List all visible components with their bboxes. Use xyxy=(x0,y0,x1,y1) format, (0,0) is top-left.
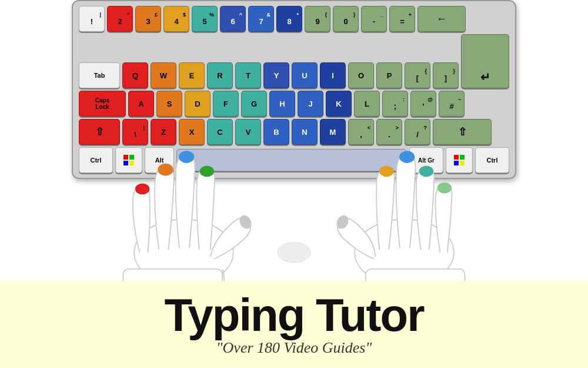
key-n[interactable]: N xyxy=(292,119,318,145)
key-z[interactable]: Z xyxy=(151,119,176,145)
key-semicolon[interactable]: :; xyxy=(382,91,408,117)
key-o[interactable]: O xyxy=(348,62,374,88)
key-4[interactable]: $4 xyxy=(163,6,189,32)
svg-point-22 xyxy=(278,243,310,263)
svg-point-8 xyxy=(134,220,233,286)
svg-rect-0 xyxy=(123,155,128,160)
key-q[interactable]: Q xyxy=(122,62,148,88)
key-a[interactable]: A xyxy=(128,91,154,117)
key-m[interactable]: M xyxy=(320,119,346,145)
key-period[interactable]: >. xyxy=(376,119,402,145)
key-9[interactable]: (9 xyxy=(305,6,330,32)
key-win-right[interactable] xyxy=(446,147,473,173)
svg-point-21 xyxy=(334,213,350,231)
subtitle: "Over 180 Video Guides" xyxy=(216,339,372,357)
svg-point-15 xyxy=(355,220,454,286)
key-v[interactable]: V xyxy=(235,119,261,145)
key-p[interactable]: P xyxy=(376,62,402,88)
svg-rect-2 xyxy=(123,161,128,165)
key-minus[interactable]: _- xyxy=(361,6,387,32)
key-hash[interactable]: ~# xyxy=(439,91,465,117)
key-5[interactable]: %5 xyxy=(192,6,218,32)
number-row: |! "2 £3 $4 %5 ^6 &7 xyxy=(79,6,509,32)
svg-point-20 xyxy=(437,183,452,194)
key-3[interactable]: £3 xyxy=(135,6,161,32)
key-rbracket[interactable]: }] xyxy=(433,62,459,88)
bottom-row: Ctrl Alt Alt Gr Ctrl xyxy=(79,147,509,173)
svg-rect-6 xyxy=(454,161,459,165)
svg-point-14 xyxy=(237,213,253,231)
key-ctrl-left[interactable]: Ctrl xyxy=(79,147,113,173)
key-altgr[interactable]: Alt Gr xyxy=(409,147,443,173)
key-equals[interactable]: += xyxy=(389,6,415,32)
key-s[interactable]: S xyxy=(156,91,182,117)
key-x[interactable]: X xyxy=(179,119,205,145)
key-c[interactable]: C xyxy=(207,119,233,145)
key-b[interactable]: B xyxy=(263,119,289,145)
key-tab[interactable]: Tab xyxy=(79,62,120,88)
key-backslash[interactable]: |\ xyxy=(122,119,148,145)
asdf-row: CapsLock A S D F G H J K L :; @' ~# xyxy=(79,91,509,117)
svg-rect-4 xyxy=(454,155,459,160)
key-f[interactable]: F xyxy=(213,91,239,117)
svg-rect-5 xyxy=(460,155,465,160)
key-r[interactable]: R xyxy=(207,62,233,88)
key-h[interactable]: H xyxy=(269,91,295,117)
key-t[interactable]: T xyxy=(235,62,261,88)
key-w[interactable]: W xyxy=(151,62,176,88)
key-shift-left[interactable]: ⇧ xyxy=(79,119,120,145)
key-backtick[interactable]: |! xyxy=(79,6,105,32)
page-wrapper: |! "2 £3 $4 %5 ^6 &7 xyxy=(0,0,588,368)
zxcv-row: ⇧ |\ Z X C V B N M <, >. ?/ xyxy=(79,119,509,145)
key-space[interactable] xyxy=(176,149,407,171)
qwerty-row: Tab Q W E R T Y U I O P {[ }] ↵ xyxy=(79,34,509,88)
key-e[interactable]: E xyxy=(179,62,205,88)
svg-rect-7 xyxy=(460,161,465,165)
key-0[interactable]: )0 xyxy=(333,6,359,32)
key-shift-right[interactable]: ⇧ xyxy=(433,119,492,145)
svg-rect-3 xyxy=(129,161,134,165)
key-g[interactable]: G xyxy=(241,91,267,117)
bottom-banner: Typing Tutor "Over 180 Video Guides" xyxy=(0,281,588,368)
key-alt-left[interactable]: Alt xyxy=(145,147,174,173)
key-backspace[interactable]: ← xyxy=(417,6,466,32)
keyboard-area: |! "2 £3 $4 %5 ^6 &7 xyxy=(72,0,516,179)
key-quote[interactable]: @' xyxy=(410,91,436,117)
key-2[interactable]: "2 xyxy=(107,6,133,32)
svg-point-10 xyxy=(135,184,149,195)
key-7[interactable]: &7 xyxy=(248,6,274,32)
key-i[interactable]: I xyxy=(320,62,346,88)
key-lbracket[interactable]: {[ xyxy=(405,62,430,88)
main-title: Typing Tutor xyxy=(165,292,424,338)
key-8[interactable]: *8 xyxy=(276,6,302,32)
key-win-left[interactable] xyxy=(115,147,142,173)
key-l[interactable]: L xyxy=(354,91,380,117)
key-u[interactable]: U xyxy=(292,62,318,88)
key-6[interactable]: ^6 xyxy=(220,6,246,32)
key-slash[interactable]: ?/ xyxy=(405,119,430,145)
key-capslock[interactable]: CapsLock xyxy=(79,91,126,117)
key-enter[interactable]: ↵ xyxy=(461,34,509,88)
key-k[interactable]: K xyxy=(326,91,352,117)
key-comma[interactable]: <, xyxy=(348,119,374,145)
key-y[interactable]: Y xyxy=(263,62,289,88)
key-j[interactable]: J xyxy=(298,91,323,117)
svg-rect-1 xyxy=(129,155,134,160)
key-ctrl-right[interactable]: Ctrl xyxy=(475,147,509,173)
key-d[interactable]: D xyxy=(185,91,211,117)
keyboard: |! "2 £3 $4 %5 ^6 &7 xyxy=(72,0,516,179)
